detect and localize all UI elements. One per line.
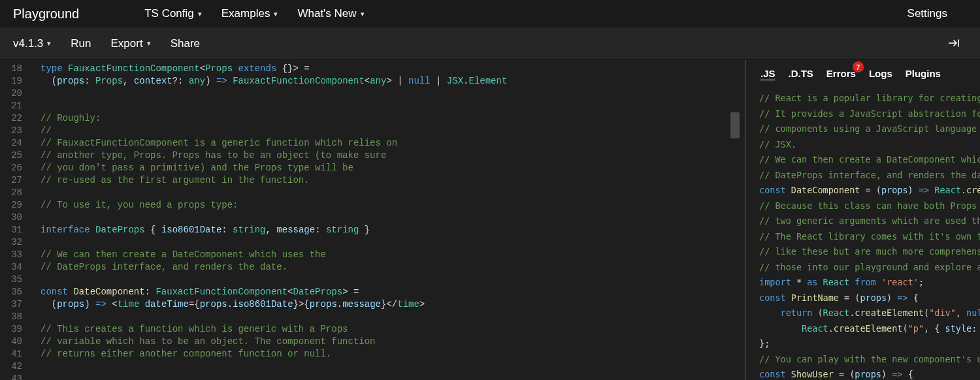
line-number: 32 (0, 236, 31, 249)
code-line[interactable] (31, 311, 41, 323)
line-number: 23 (0, 125, 31, 137)
output-line: // React is a popular library for creati… (759, 91, 980, 106)
output-line: const ShowUser = (props) => { (759, 367, 980, 380)
chevron-down-icon: ▾ (198, 10, 202, 18)
code-line[interactable] (31, 87, 41, 100)
output-tabs: .JS .D.TS Errors 7 Logs Plugins (746, 60, 980, 86)
line-number: 31 (0, 224, 31, 236)
output-line: // Because this class can have both Prop… (759, 198, 980, 214)
nav-item-label: Examples (221, 7, 270, 20)
settings-link[interactable]: Settings (907, 7, 947, 20)
line-number: 42 (0, 360, 31, 373)
export-menu[interactable]: Export ▾ (111, 37, 151, 50)
output-line: // those into our playground and explore… (759, 260, 980, 276)
output-line: // DateProps interface, and renders the … (759, 168, 980, 183)
line-number: 30 (0, 212, 31, 224)
output-panel: .JS .D.TS Errors 7 Logs Plugins // React… (746, 60, 980, 380)
line-number: 37 (0, 298, 31, 311)
tab-plugins[interactable]: Plugins (906, 68, 941, 79)
code-line[interactable]: // variable which has to be an object. T… (31, 336, 375, 348)
output-line: return (React.createElement("div", null, (759, 306, 980, 321)
line-number: 40 (0, 336, 31, 348)
nav-item-label: What's New (297, 7, 356, 20)
output-line: import * as React from 'react'; (759, 275, 980, 291)
collapse-sidebar-icon[interactable] (942, 38, 967, 50)
line-number: 33 (0, 249, 31, 261)
code-line[interactable]: type FauxactFunctionComponent<Props exte… (31, 63, 310, 75)
nav-item-label: TS Config (144, 7, 194, 20)
tab-dts[interactable]: .D.TS (789, 68, 813, 79)
code-line[interactable]: // (31, 125, 52, 137)
code-line[interactable]: interface DateProps { iso8601Date: strin… (31, 224, 370, 236)
line-number: 20 (0, 87, 31, 100)
output-line: React.createElement("p", { style: { fon (759, 321, 980, 337)
code-line[interactable]: const DateComponent: FauxactFunctionComp… (31, 286, 359, 298)
tab-errors[interactable]: Errors 7 (826, 68, 856, 79)
code-line[interactable]: // another type, Props. Props has to be … (31, 150, 386, 162)
tab-js[interactable]: .JS (760, 68, 776, 79)
output-code: // React is a popular library for creati… (746, 86, 980, 380)
line-number: 38 (0, 311, 31, 323)
version-label: v4.1.3 (13, 37, 43, 50)
errors-count-badge: 7 (853, 61, 864, 72)
chevron-down-icon: ▾ (361, 10, 365, 18)
code-line[interactable]: // FauxactFunctionComponent is a generic… (31, 137, 397, 150)
code-line[interactable]: (props) => <time dateTime={props.iso8601… (31, 298, 425, 311)
line-number: 22 (0, 112, 31, 125)
line-number: 28 (0, 187, 31, 199)
output-line: // two generic arguments which are used … (759, 214, 980, 229)
run-button[interactable]: Run (71, 37, 91, 50)
output-line: // components using a JavaScript languag… (759, 121, 980, 137)
scrollbar-thumb[interactable] (730, 112, 740, 138)
chevron-down-icon: ▾ (274, 10, 278, 18)
output-line: // JSX. (759, 137, 980, 153)
code-line[interactable]: // To use it, you need a props type: (31, 199, 238, 212)
tab-errors-label: Errors (826, 68, 856, 79)
toolbar: v4.1.3 ▾ Run Export ▾ Share (0, 27, 980, 60)
line-number: 34 (0, 261, 31, 274)
line-number: 24 (0, 137, 31, 150)
output-line: // It provides a JavaScript abstraction … (759, 106, 980, 122)
nav-item-examples[interactable]: Examples▾ (221, 7, 278, 20)
code-line[interactable]: // you don't pass a primitive) and the P… (31, 162, 353, 174)
output-line: const DateComponent = (props) => React.c… (759, 183, 980, 198)
output-line: // You can play with the new component's… (759, 352, 980, 368)
tab-logs[interactable]: Logs (869, 68, 892, 79)
line-number: 18 (0, 63, 31, 75)
output-line: const PrintName = (props) => { (759, 291, 980, 306)
code-line[interactable]: // returns either another component func… (31, 348, 331, 360)
topbar: Playground TS Config▾Examples▾What's New… (0, 0, 980, 27)
code-line[interactable] (31, 100, 41, 112)
code-line[interactable]: // We can then create a DateComponent wh… (31, 249, 326, 261)
line-number: 36 (0, 286, 31, 298)
line-number: 27 (0, 174, 31, 187)
nav-item-ts-config[interactable]: TS Config▾ (144, 7, 202, 20)
line-number: 35 (0, 274, 31, 286)
code-line[interactable]: (props: Props, context?: any) => Fauxact… (31, 75, 507, 87)
code-line[interactable] (31, 373, 41, 380)
code-line[interactable] (31, 274, 41, 286)
code-line[interactable] (31, 360, 41, 373)
code-line[interactable] (31, 187, 41, 199)
brand-title: Playground (13, 7, 79, 22)
line-number: 25 (0, 150, 31, 162)
share-button[interactable]: Share (171, 37, 200, 50)
line-number: 43 (0, 373, 31, 380)
code-line[interactable]: // re-used as the first argument in the … (31, 174, 310, 187)
nav-item-what's-new[interactable]: What's New▾ (297, 7, 364, 20)
line-number: 39 (0, 323, 31, 336)
output-line: // We can then create a DateComponent wh… (759, 152, 980, 168)
code-line[interactable] (31, 236, 41, 249)
line-number: 21 (0, 100, 31, 112)
output-line: // like these but are much more comprehe… (759, 244, 980, 260)
version-selector[interactable]: v4.1.3 ▾ (13, 37, 51, 50)
code-line[interactable]: // This creates a function which is gene… (31, 323, 348, 336)
code-line[interactable]: // Roughly: (31, 112, 101, 125)
code-line[interactable] (31, 212, 41, 224)
line-number: 29 (0, 199, 31, 212)
code-line[interactable]: // DateProps interface, and renders the … (31, 261, 287, 274)
line-number: 19 (0, 75, 31, 87)
export-label: Export (111, 37, 143, 50)
code-editor[interactable]: 18type FauxactFunctionComponent<Props ex… (0, 60, 746, 380)
chevron-down-icon: ▾ (47, 39, 51, 48)
